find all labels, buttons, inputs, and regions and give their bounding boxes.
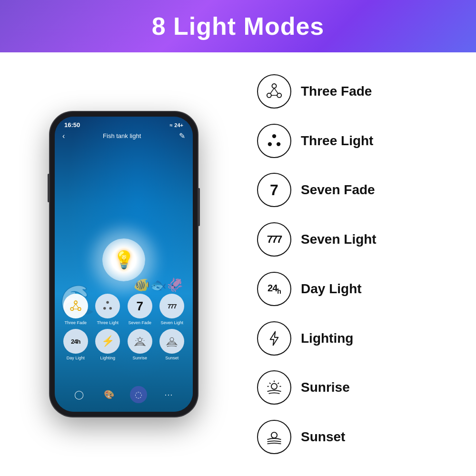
phone-screen: 16:50 ≈ 24+ ‹ Fish tank light ✎ 💡 [55,117,193,412]
seven-light-icon-text: 777 [168,303,177,310]
icon-circle-three-light [257,124,291,158]
mode-name-seven-fade: Seven Fade [301,182,375,198]
svg-line-28 [269,383,270,384]
mode-item-lighting: Lighting [257,321,452,356]
mode-circle-seven-fade: 7 [128,294,152,318]
mode-label-day-light: Day Light [67,356,85,360]
status-bar: 16:50 ≈ 24+ [55,117,193,130]
mode-circle-three-light [95,294,120,318]
svg-line-11 [137,338,138,339]
icon-circle-lighting [257,321,291,356]
mode-btn-seven-fade[interactable]: 7 Seven Fade [128,294,152,325]
icon-circle-three-fade [257,74,291,109]
back-icon[interactable]: ‹ [62,132,65,140]
icon-circle-sunrise [257,370,291,405]
mode-label-seven-light: Seven Light [160,320,183,325]
svg-line-29 [278,383,279,384]
day-light-icon-text: 24h [71,338,80,345]
mode-item-sunrise: Sunrise [257,370,452,405]
main-content: 16:50 ≈ 24+ ‹ Fish tank light ✎ 💡 [0,52,476,476]
mode-btn-three-fade[interactable]: Three Fade [63,294,88,325]
svg-point-18 [277,93,281,98]
mode-item-seven-light: 777 Seven Light [257,222,452,257]
edit-icon[interactable]: ✎ [179,131,185,140]
nav-more-icon[interactable]: ⋯ [160,386,177,403]
mode-btn-day-light[interactable]: 24h Day Light [63,329,88,360]
svg-point-24 [277,142,280,146]
phone-nav-title: Fish tank light [103,132,141,139]
center-light: 💡 [102,238,145,281]
svg-line-20 [274,88,278,93]
icon-circle-day-light: 24h [257,272,291,306]
phone-nav-bar: ‹ Fish tank light ✎ [55,130,193,143]
page-title: 8 Light Modes [152,12,325,40]
svg-point-8 [109,307,112,309]
svg-point-26 [271,384,277,389]
clock: 16:50 [64,121,80,129]
lightning-icon-text: ⚡ [101,335,114,347]
phone-outer: 16:50 ≈ 24+ ‹ Fish tank light ✎ 💡 [50,112,198,416]
mode-item-sunset: Sunset [257,420,452,454]
center-mode-icon: 💡 [113,250,135,270]
mode-label-lighting: Lighting [100,356,115,360]
mode-btn-sunset[interactable]: Sunset [159,329,184,360]
svg-point-2 [78,307,80,310]
mode-label-three-light: Three Light [97,320,119,325]
battery-icon: 24+ [174,122,183,128]
phone-bottom-nav: ◯ 🎨 ◌ ⋯ [55,382,193,407]
svg-point-6 [107,301,109,304]
svg-marker-25 [270,331,278,345]
mode-item-seven-fade: 7 Seven Fade [257,173,452,207]
mode-label-sunset: Sunset [165,356,178,360]
svg-line-3 [73,304,75,307]
nav-modes-icon[interactable]: ◌ [130,386,147,403]
mode-item-day-light: 24h Day Light [257,272,452,306]
mode-btn-three-light[interactable]: Three Light [95,294,120,325]
mode-btn-seven-light[interactable]: 777 Seven Light [159,294,184,325]
mode-circle-lighting: ⚡ [95,329,120,354]
svg-point-17 [267,93,271,98]
mode-btn-sunrise[interactable]: Sunrise [128,329,152,360]
seven-light-big-icon: 777 [267,233,282,246]
svg-point-16 [272,84,276,88]
wifi-icon: ≈ [169,122,172,128]
mode-circle-day-light: 24h [63,329,88,354]
modes-list-section: Three Fade Three Light 7 Seven Fade 77 [238,62,462,466]
mode-name-three-fade: Three Fade [301,84,372,99]
seven-fade-icon-text: 7 [137,299,143,314]
header: 8 Light Modes [0,0,476,52]
status-icons: ≈ 24+ [169,122,183,128]
svg-point-23 [268,142,272,146]
seven-fade-big-icon: 7 [270,181,278,199]
mode-item-three-fade: Three Fade [257,74,452,109]
phone-section: 16:50 ≈ 24+ ‹ Fish tank light ✎ 💡 [10,62,238,466]
svg-line-12 [142,338,143,339]
mode-item-three-light: Three Light [257,124,452,158]
mode-circle-sunset [159,329,184,354]
svg-point-7 [103,307,106,309]
mode-name-seven-light: Seven Light [301,232,377,247]
modes-row-2: 24h Day Light ⚡ Lighting [60,329,188,360]
nav-home-icon[interactable]: ◯ [70,386,88,403]
icon-circle-seven-light: 777 [257,222,291,257]
svg-point-0 [74,301,77,304]
svg-point-32 [271,432,277,438]
modes-container: Three Fade Three Light [55,294,193,364]
svg-point-9 [138,338,142,342]
mode-name-three-light: Three Light [301,133,373,149]
svg-point-22 [272,134,276,138]
svg-point-15 [170,337,174,341]
nav-palette-icon[interactable]: 🎨 [100,386,118,403]
svg-point-1 [70,307,73,310]
day-light-big-icon: 24h [268,283,281,295]
mode-name-sunrise: Sunrise [301,380,350,395]
mode-btn-lighting[interactable]: ⚡ Lighting [95,329,120,360]
icon-circle-sunset [257,420,291,454]
mode-circle-three-fade [63,294,88,318]
mode-name-sunset: Sunset [301,429,345,445]
svg-line-4 [76,304,78,307]
icon-circle-seven-fade: 7 [257,173,291,207]
mode-name-day-light: Day Light [301,281,362,297]
modes-row-1: Three Fade Three Light [60,294,188,325]
mode-name-lighting: Lighting [301,331,353,346]
